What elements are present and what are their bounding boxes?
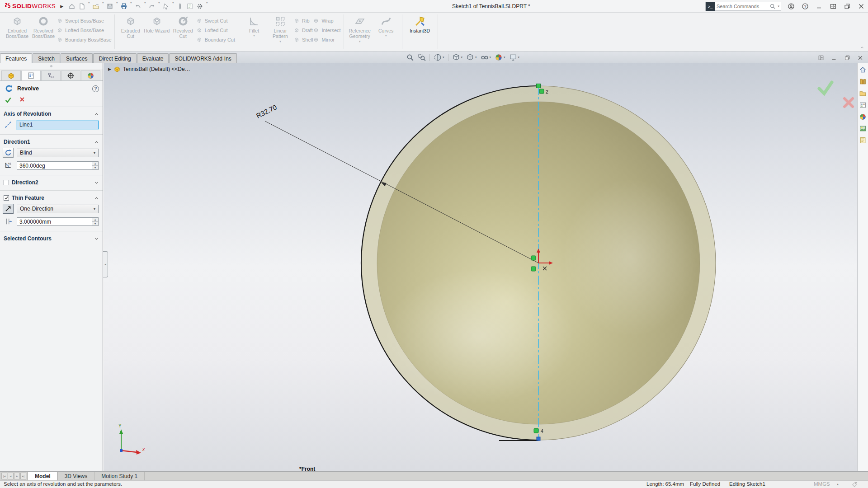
instant3d-button[interactable]: Instant3D — [405, 14, 435, 50]
tp-appearance-button[interactable] — [859, 113, 867, 121]
tp-props-button[interactable] — [859, 136, 867, 144]
direction2-group-header[interactable]: Direction2 — [0, 176, 103, 187]
save-button[interactable] — [105, 1, 115, 12]
thin-reverse-direction-button[interactable] — [3, 204, 14, 214]
dropdown-caret-icon[interactable]: ▾ — [504, 56, 505, 59]
dropdown-caret-icon[interactable]: ▾ — [490, 56, 491, 59]
options-gear-dropdown-caret[interactable]: ▾ — [205, 1, 209, 12]
pm-config-tab[interactable] — [41, 70, 61, 80]
search-icon[interactable] — [769, 3, 776, 9]
tp-library-button[interactable] — [859, 78, 867, 85]
angle-stepper[interactable]: ▲▼ — [92, 162, 98, 169]
dock-pane-doc-button[interactable] — [817, 53, 825, 62]
last-tab-button[interactable]: ▸| — [20, 473, 26, 479]
next-tab-button[interactable]: ▸ — [14, 473, 20, 479]
save-dropdown-caret[interactable]: ▾ — [115, 1, 119, 12]
lofted-cut-button[interactable]: Lofted Cut — [196, 25, 235, 35]
print-dropdown-caret[interactable]: ▾ — [129, 1, 133, 12]
dropdown-caret-icon[interactable]: ▾ — [385, 34, 387, 38]
chevron-up-icon[interactable] — [94, 196, 99, 201]
quick-tips-tag-icon[interactable] — [852, 482, 858, 488]
direction2-checkbox[interactable] — [4, 180, 9, 185]
dropdown-caret-icon[interactable]: ▾ — [443, 56, 444, 59]
open-dropdown-caret[interactable]: ▾ — [101, 1, 105, 12]
pm-dimxpert-tab[interactable] — [61, 70, 80, 80]
confirmation-corner-ok-button[interactable] — [817, 80, 834, 96]
chevron-down-icon[interactable] — [94, 180, 99, 185]
stepper-down-icon[interactable]: ▼ — [92, 166, 98, 169]
win-restore-doc-button[interactable] — [843, 53, 851, 62]
home-button[interactable] — [67, 1, 77, 12]
linear-pattern-button[interactable]: Linear Pattern▾ — [267, 14, 293, 50]
dropdown-caret-icon[interactable]: ▾ — [461, 56, 463, 59]
stepper-up-icon[interactable]: ▲ — [92, 162, 98, 166]
chevron-down-icon[interactable] — [94, 236, 99, 241]
revolved-boss-base-button[interactable]: Revolved Boss/Base — [30, 14, 57, 50]
new-document-button[interactable] — [77, 1, 87, 12]
select-dropdown-caret[interactable]: ▾ — [171, 1, 175, 12]
reference-geometry-button[interactable]: Reference Geometry▾ — [347, 14, 373, 50]
dropdown-caret-icon[interactable]: ▾ — [518, 56, 520, 59]
zoom-area-button[interactable] — [416, 52, 427, 62]
tree-expand-caret-icon[interactable]: ▶ — [108, 67, 111, 71]
display-style-button[interactable]: ▾ — [465, 52, 478, 62]
win-min-doc-button[interactable] — [830, 53, 838, 62]
extruded-boss-base-button[interactable]: Extruded Boss/Base — [4, 14, 30, 50]
redo-dropdown-caret[interactable]: ▾ — [157, 1, 161, 12]
first-tab-button[interactable]: |◂ — [1, 473, 7, 479]
mirror-button[interactable]: Mirror — [313, 35, 340, 44]
options-gear-button[interactable] — [195, 1, 205, 12]
direction1-type-dropdown[interactable]: Blind▾ — [17, 149, 99, 157]
hole-wizard-button[interactable]: Hole Wizard — [144, 14, 170, 50]
lofted-boss-base-button[interactable]: Lofted Boss/Base — [57, 25, 112, 35]
wrap-button[interactable]: Wrap — [313, 16, 340, 25]
tab-surfaces[interactable]: Surfaces — [61, 53, 93, 63]
dropdown-caret-icon[interactable]: ▾ — [475, 56, 477, 59]
thickness-stepper[interactable]: ▲▼ — [92, 218, 98, 225]
thin-feature-group-header[interactable]: Thin Feature — [0, 191, 103, 202]
axis-selection-field[interactable]: Line1 — [17, 121, 99, 129]
menu-expand-caret-icon[interactable]: ▶ — [60, 4, 63, 9]
confirmation-corner-cancel-button[interactable] — [843, 97, 854, 108]
cancel-button[interactable] — [19, 96, 25, 103]
curves-button[interactable]: Curves▾ — [373, 14, 399, 50]
hide-show-items-button[interactable]: ▾ — [479, 52, 493, 62]
pm-display-tab[interactable] — [81, 70, 100, 80]
thickness-input[interactable]: 3.000000mm ▲▼ — [17, 217, 99, 226]
fillet-button[interactable]: Fillet▾ — [241, 14, 267, 50]
win-resize-button[interactable] — [829, 2, 837, 11]
pm-part-tab[interactable] — [1, 70, 21, 80]
extruded-cut-button[interactable]: Extruded Cut — [118, 14, 144, 50]
user-button[interactable] — [787, 2, 795, 11]
graphics-area[interactable]: ▶ TennisBall (Default) <<De… R32.70 — [104, 63, 868, 471]
help-icon[interactable]: ? — [92, 85, 99, 92]
help-button[interactable]: ? — [801, 2, 809, 11]
zoom-fit-button[interactable] — [405, 52, 415, 62]
search-dropdown-caret[interactable]: ▾ — [778, 5, 779, 8]
tp-scene-button[interactable] — [859, 125, 867, 132]
section-view-button[interactable]: ▾ — [432, 52, 446, 62]
tab-sketch[interactable]: Sketch — [33, 53, 60, 63]
selected-contours-group-header[interactable]: Selected Contours — [0, 232, 103, 243]
angle-input[interactable]: 360.00deg ▲▼ — [17, 161, 99, 170]
view-orientation-cube-button[interactable]: ▾ — [451, 52, 464, 62]
search-commands-box[interactable]: >_ ▾ — [705, 2, 781, 11]
thin-feature-checkbox[interactable] — [4, 195, 9, 201]
new-document-dropdown-caret[interactable]: ▾ — [87, 1, 91, 12]
dropdown-caret-icon[interactable]: ▾ — [253, 34, 255, 38]
open-button[interactable] — [91, 1, 101, 12]
view-settings-monitor-button[interactable]: ▾ — [508, 52, 521, 62]
edit-appearance-ball-button[interactable]: ▾ — [493, 52, 507, 62]
boundary-boss-base-button[interactable]: Boundary Boss/Base — [57, 35, 112, 44]
boundary-cut-button[interactable]: Boundary Cut — [196, 35, 235, 44]
tab-solidworks-add-ins[interactable]: SOLIDWORKS Add-Ins — [169, 53, 236, 63]
chevron-up-icon[interactable] — [94, 140, 99, 145]
tab-evaluate[interactable]: Evaluate — [137, 53, 169, 63]
direction1-group-header[interactable]: Direction1 — [0, 135, 103, 146]
win-restore-button[interactable] — [843, 2, 851, 11]
revolved-cut-button[interactable]: Revolved Cut — [170, 14, 196, 50]
rebuild-form-button[interactable] — [185, 1, 195, 12]
axis-of-revolution-group-header[interactable]: Axis of Revolution — [0, 107, 103, 118]
previous-tab-button[interactable]: ◂ — [8, 473, 14, 479]
undo-button[interactable] — [133, 1, 143, 12]
